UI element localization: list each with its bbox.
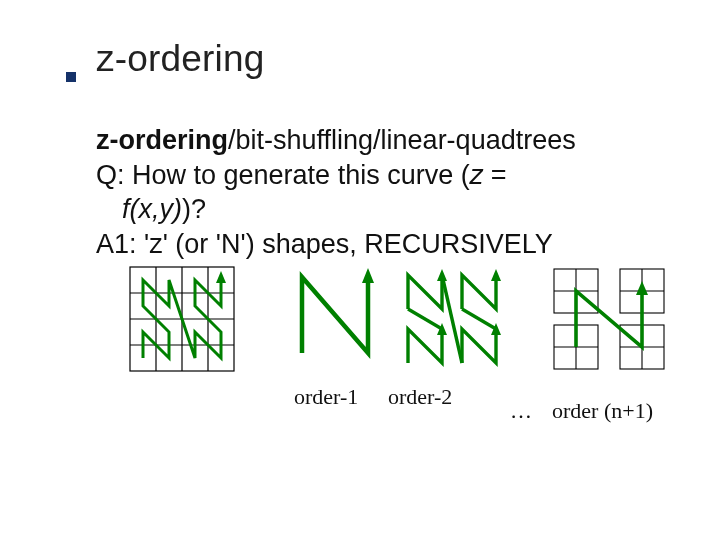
order2-svg (126, 263, 238, 375)
order-2-composite (396, 263, 508, 375)
equals: = (483, 160, 506, 190)
term-aliases: /bit-shuffling/linear-quadtrees (228, 125, 576, 155)
caption-order-2: order-2 (388, 384, 452, 410)
svg-line-9 (408, 309, 442, 329)
diagram-row (96, 263, 696, 393)
svg-marker-14 (491, 323, 501, 335)
svg-marker-28 (636, 281, 648, 295)
svg-line-11 (462, 309, 496, 329)
order-1-shape (286, 263, 384, 361)
caption-order-n: order (n+1) (552, 398, 653, 424)
slide: z-ordering z-ordering/bit-shuffling/line… (0, 0, 720, 540)
svg-marker-15 (491, 269, 501, 281)
svg-marker-12 (437, 323, 447, 335)
body-text: z-ordering/bit-shuffling/linear-quadtree… (96, 123, 656, 261)
caption-ellipsis: … (510, 398, 533, 424)
term-zordering: z-ordering (96, 125, 228, 155)
svg-marker-13 (437, 269, 447, 281)
answer-line: A1: 'z' (or 'N') shapes, RECURSIVELY (96, 229, 553, 259)
title-bullet (66, 72, 76, 82)
func-fxy: f(x,y) (122, 194, 182, 224)
order-nplus1-shape (548, 263, 670, 375)
order1-svg (286, 263, 384, 361)
caption-order-1: order-1 (294, 384, 358, 410)
svg-marker-8 (362, 268, 374, 283)
order2-compound-svg (396, 263, 508, 375)
order-2-grid (126, 263, 238, 375)
question-suffix: )? (182, 194, 206, 224)
slide-title: z-ordering (96, 38, 265, 80)
question-prefix: Q: How to generate this curve ( (96, 160, 470, 190)
svg-marker-7 (216, 271, 226, 283)
var-z: z (470, 160, 484, 190)
ordern-svg (548, 263, 670, 375)
svg-line-10 (442, 275, 462, 363)
